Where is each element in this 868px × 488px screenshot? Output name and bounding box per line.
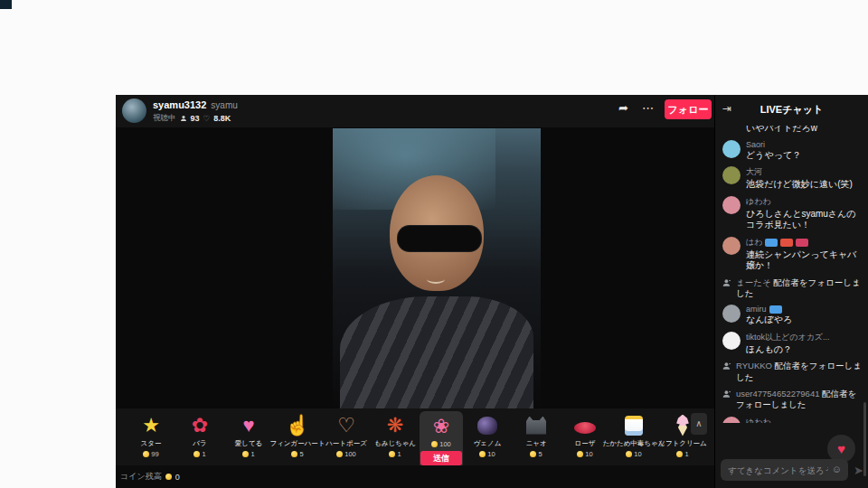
user-badge	[780, 239, 793, 247]
likes-heart-icon: ♡	[203, 114, 211, 123]
gift-item[interactable]: ✿バラ1	[175, 411, 224, 458]
coin-balance-label: コイン残高	[120, 471, 162, 483]
coin-icon	[479, 451, 486, 457]
coin-icon	[242, 451, 249, 457]
coin-icon	[626, 451, 632, 457]
notice-username[interactable]: RYUKKO	[736, 361, 772, 371]
live-video	[333, 128, 541, 409]
chat-text: どうやって？	[746, 150, 801, 162]
chat-username[interactable]: Saori	[746, 140, 765, 149]
gift-icon	[526, 413, 546, 437]
coin-balance-value: 0	[175, 473, 180, 482]
gift-shape	[675, 415, 691, 436]
chat-avatar[interactable]	[722, 196, 741, 214]
chat-message-body: ゆわわ本物のsyamuさんですよ！	[746, 417, 855, 423]
gift-icon: ♡	[337, 413, 355, 437]
gift-item[interactable]: ❋もみじちゃん1	[371, 411, 420, 458]
gift-cost-value: 10	[585, 450, 592, 458]
chat-username[interactable]: 大河	[746, 166, 762, 178]
chat-avatar[interactable]	[722, 305, 741, 323]
streamer-username[interactable]: syamu3132syamu	[153, 99, 238, 110]
share-icon[interactable]: ➦	[618, 101, 628, 115]
gift-name: もみじちゃん	[374, 439, 416, 448]
coin-balance-row: コイン残高 0	[116, 465, 719, 488]
gift-item-selected[interactable]: ❀100送信	[420, 411, 463, 470]
chat-text: ほんもの？	[746, 344, 830, 356]
chat-text: 連続シャンパンってキャバ嬢か！	[746, 249, 862, 272]
gift-item[interactable]: ♡ハートポーズ100	[322, 411, 371, 458]
gift-item[interactable]: ニャオ5	[512, 411, 561, 458]
chat-username[interactable]: ゆわわ	[746, 417, 771, 423]
chat-message[interactable]: ゆわわひろしさんとsyamuさんのコラボ見たい！	[722, 196, 862, 231]
chat-message-body: ゆわわひろしさんとsyamuさんのコラボ見たい！	[746, 196, 862, 231]
gift-cost-value: 1	[397, 450, 401, 458]
follow-button[interactable]: フォロー	[665, 99, 712, 119]
chat-message[interactable]: amiruなんぼやろ	[722, 305, 862, 326]
gift-cost-value: 1	[250, 450, 254, 458]
username-text: syamu3132	[153, 99, 206, 110]
chat-username[interactable]: はわ	[746, 237, 762, 249]
send-comment-icon[interactable]: ➤	[854, 464, 863, 477]
chat-scrollbar[interactable]	[863, 402, 866, 476]
coin-icon	[676, 451, 683, 457]
gift-name: 愛してる	[235, 439, 263, 448]
chat-message[interactable]: いやバイトだろw	[722, 126, 862, 135]
chat-message[interactable]: tiktok以上どのオカズ...ほんもの？	[722, 332, 862, 356]
chat-avatar[interactable]	[722, 417, 741, 423]
gift-glyph: ★	[142, 414, 160, 437]
gift-cost: 100	[336, 450, 356, 458]
gift-cost: 1	[193, 450, 205, 458]
coin-icon	[193, 451, 200, 457]
chat-message-list[interactable]: いやバイトだろwSaoriどうやって？大河池袋だけど微妙に遠い(笑)ゆわわひろし…	[722, 126, 862, 423]
chat-message[interactable]: ゆわわ本物のsyamuさんですよ！	[722, 417, 862, 423]
gift-item[interactable]: ☝フィンガーハート5	[273, 411, 322, 458]
gift-send-button[interactable]: 送信	[420, 451, 462, 465]
viewer-count: 93	[191, 114, 200, 123]
gift-expand-button[interactable]: ∧	[691, 413, 707, 435]
coin-icon	[431, 441, 438, 447]
coin-icon	[143, 451, 149, 457]
chat-message-body: はわ連続シャンパンってキャバ嬢か！	[746, 237, 862, 272]
chat-username[interactable]: amiru	[746, 305, 767, 314]
chat-text: いやバイトだろw	[746, 126, 817, 135]
chat-avatar[interactable]	[722, 140, 741, 158]
more-options-icon[interactable]: ⋯	[642, 101, 655, 115]
live-chat-panel: ⇥ LIVEチャット いやバイトだろwSaoriどうやって？大河池袋だけど微妙に…	[714, 95, 868, 488]
gift-item[interactable]: ♥愛してる1	[224, 411, 273, 458]
notice-body: RYUKKO 配信者をフォローしました	[736, 361, 862, 383]
chat-message[interactable]: はわ連続シャンパンってキャバ嬢か！	[722, 237, 862, 272]
gift-item[interactable]: ★スター99	[127, 411, 175, 458]
user-badge	[769, 305, 782, 314]
chat-avatar[interactable]	[722, 332, 741, 350]
screen-corner-artifact	[0, 0, 12, 9]
gift-shape	[574, 422, 596, 434]
gift-cost: 10	[479, 450, 495, 458]
gift-shape	[477, 417, 497, 435]
follow-notice: RYUKKO 配信者をフォローしました	[722, 361, 862, 383]
chat-avatar[interactable]	[722, 237, 741, 255]
person-add-icon	[722, 278, 732, 290]
gift-item[interactable]: ヴェノム10	[463, 411, 512, 458]
chat-avatar[interactable]	[722, 166, 741, 184]
chat-username[interactable]: ゆわわ	[746, 196, 771, 208]
comment-input[interactable]	[721, 459, 848, 481]
chat-title: LIVEチャット	[715, 103, 868, 117]
chat-message[interactable]: 大河池袋だけど微妙に遠い(笑)	[722, 166, 862, 191]
gift-name: ローザ	[575, 439, 596, 448]
gift-shape	[625, 416, 643, 436]
gift-item[interactable]: ローザ10	[561, 411, 609, 458]
live-player: syamu3132syamu 視聴中 93 ♡ 8.8K ➦ ⋯ フォロー ★ス…	[116, 95, 868, 488]
notice-username[interactable]: user47754652279641	[736, 389, 819, 399]
emoji-picker-icon[interactable]: ☺	[832, 464, 842, 474]
notice-username[interactable]: まーたそ	[736, 277, 771, 287]
chat-message[interactable]: Saoriどうやって？	[722, 140, 862, 162]
chevron-up-icon: ∧	[695, 418, 702, 428]
chat-username[interactable]: tiktok以上どのオカズ...	[746, 332, 830, 343]
gift-icon: ✿	[192, 413, 208, 437]
follow-notice: user47754652279641 配信者をフォローしました	[722, 389, 862, 411]
gift-name: ヴェノム	[474, 439, 502, 448]
sunglasses	[398, 226, 481, 251]
follow-notice: まーたそ 配信者をフォローしました	[722, 277, 862, 300]
gift-item[interactable]: たかため中毒ちゃん10	[609, 411, 658, 458]
streamer-avatar[interactable]	[122, 99, 146, 123]
